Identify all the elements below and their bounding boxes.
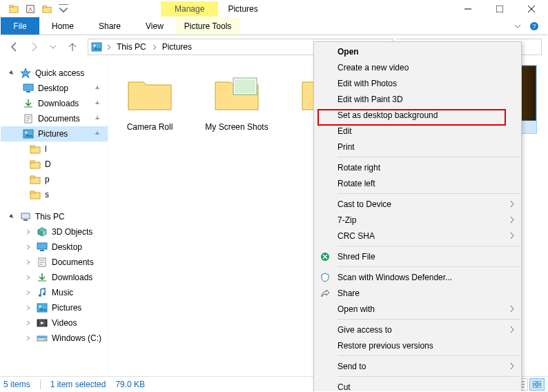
manage-contextual-tab[interactable]: Manage <box>161 1 218 17</box>
tab-picture-tools[interactable]: Picture Tools <box>176 17 239 35</box>
chevron-right-icon <box>510 326 514 333</box>
3d-icon <box>37 226 48 237</box>
svg-rect-22 <box>30 191 35 193</box>
ctx-cut[interactable]: Cut <box>314 379 521 392</box>
context-menu-separator <box>337 355 520 356</box>
nav-item-windows-c-[interactable]: Windows (C:) <box>1 331 108 346</box>
contextual-tab-header: Manage Pictures <box>161 1 268 17</box>
pin-icon <box>94 130 101 137</box>
music-icon <box>37 287 48 298</box>
nav-item-videos[interactable]: Videos <box>1 315 108 331</box>
explorer-icon[interactable] <box>6 1 21 17</box>
ctx-set-as-desktop-background[interactable]: Set as desktop background <box>314 107 521 123</box>
svg-rect-30 <box>37 304 47 312</box>
desktop-icon <box>37 242 48 253</box>
svg-rect-25 <box>37 243 47 249</box>
nav-item-downloads[interactable]: Downloads <box>1 270 108 285</box>
ctx-shred-file[interactable]: Shred File <box>314 248 521 264</box>
desktop-icon <box>23 83 34 94</box>
nav-item-music[interactable]: Music <box>1 285 108 300</box>
ctx-restore-previous-versions[interactable]: Restore previous versions <box>314 337 521 353</box>
nav-subfolder[interactable]: l <box>1 141 108 157</box>
nav-item-desktop[interactable]: Desktop <box>1 81 108 96</box>
nav-item-pictures[interactable]: Pictures <box>1 300 108 315</box>
status-selected-count: 1 item selected <box>50 380 106 389</box>
ctx-give-access-to[interactable]: Give access to <box>314 322 521 337</box>
minimize-button[interactable] <box>452 1 484 17</box>
svg-rect-24 <box>23 219 28 221</box>
ctx-crc-sha[interactable]: CRC SHA <box>314 228 521 244</box>
svg-point-14 <box>26 132 28 134</box>
svg-rect-36 <box>37 336 47 338</box>
videos-icon <box>37 317 48 329</box>
ctx-rotate-right[interactable]: Rotate right <box>314 159 521 175</box>
nav-item-3d-objects[interactable]: 3D Objects <box>1 224 108 239</box>
window-controls <box>452 1 547 17</box>
svg-rect-4 <box>43 6 46 8</box>
help-button[interactable]: ? <box>527 19 542 34</box>
close-button[interactable] <box>516 1 547 17</box>
nav-subfolder[interactable]: p <box>1 172 108 187</box>
ctx-open[interactable]: Open <box>314 43 521 59</box>
qat-new-folder-icon[interactable] <box>39 1 55 17</box>
svg-rect-40 <box>533 381 536 384</box>
nav-subfolder[interactable]: D <box>1 157 108 172</box>
ctx-create-a-new-video[interactable]: Create a new video <box>314 59 521 75</box>
this-pc-header[interactable]: This PC <box>1 209 108 224</box>
svg-point-9 <box>94 45 96 47</box>
svg-rect-26 <box>40 250 44 251</box>
folder-my-screen-shots[interactable]: My Screen Shots <box>202 66 271 132</box>
svg-rect-42 <box>533 385 536 388</box>
nav-item-documents[interactable]: Documents <box>1 255 108 270</box>
ctx-edit-with-paint-3d[interactable]: Edit with Paint 3D <box>314 91 521 107</box>
ctx-edit[interactable]: Edit <box>314 123 521 139</box>
status-selected-size: 79.0 KB <box>115 380 145 389</box>
back-button[interactable] <box>6 39 23 55</box>
defender-icon <box>320 272 331 283</box>
ribbon-expand-dropdown[interactable] <box>510 19 525 34</box>
ctx-7-zip[interactable]: 7-Zip <box>314 212 521 228</box>
ctx-cast-to-device[interactable]: Cast to Device <box>314 196 521 212</box>
drive-icon <box>37 333 48 344</box>
icons-view-button[interactable] <box>529 378 545 391</box>
breadcrumb-pictures[interactable]: Pictures <box>161 42 193 52</box>
pin-icon <box>94 85 101 92</box>
maximize-button[interactable] <box>484 1 516 17</box>
recent-locations-dropdown[interactable] <box>45 39 61 55</box>
ctx-edit-with-photos[interactable]: Edit with Photos <box>314 75 521 91</box>
qat-customize-dropdown[interactable] <box>56 1 71 17</box>
ctx-share[interactable]: Share <box>314 285 521 301</box>
ctx-scan-with-windows-defender-[interactable]: Scan with Windows Defender... <box>314 269 521 285</box>
quick-access-header[interactable]: Quick access <box>1 66 108 81</box>
qat-properties-icon[interactable] <box>23 1 38 17</box>
folder-icon <box>30 159 41 170</box>
up-button[interactable] <box>64 39 81 55</box>
tab-home[interactable]: Home <box>39 17 86 35</box>
nav-subfolder[interactable]: s <box>1 187 108 202</box>
breadcrumb-this-pc[interactable]: This PC <box>115 42 148 52</box>
pin-icon <box>94 100 101 107</box>
file-tab[interactable]: File <box>1 17 39 35</box>
ctx-print[interactable]: Print <box>314 139 521 155</box>
nav-item-documents[interactable]: Documents <box>1 111 108 126</box>
context-menu-separator <box>337 157 520 157</box>
svg-rect-34 <box>46 320 47 326</box>
nav-item-pictures[interactable]: Pictures <box>1 126 108 141</box>
nav-item-downloads[interactable]: Downloads <box>1 96 108 111</box>
folder-icon <box>30 144 41 155</box>
nav-item-desktop[interactable]: Desktop <box>1 239 108 255</box>
ctx-send-to[interactable]: Send to <box>314 358 521 374</box>
window-title: Pictures <box>218 1 267 17</box>
svg-rect-18 <box>30 161 35 163</box>
tab-view[interactable]: View <box>133 17 176 35</box>
svg-rect-39 <box>235 79 255 93</box>
folder-camera-roll[interactable]: Camera Roll <box>115 66 184 132</box>
forward-button[interactable] <box>26 39 42 55</box>
this-pc-label: This PC <box>35 212 65 222</box>
ctx-rotate-left[interactable]: Rotate left <box>314 175 521 191</box>
tab-share[interactable]: Share <box>86 17 133 35</box>
svg-point-37 <box>44 339 46 340</box>
svg-point-31 <box>39 306 41 308</box>
svg-rect-23 <box>21 213 30 219</box>
ctx-open-with[interactable]: Open with <box>314 301 521 317</box>
